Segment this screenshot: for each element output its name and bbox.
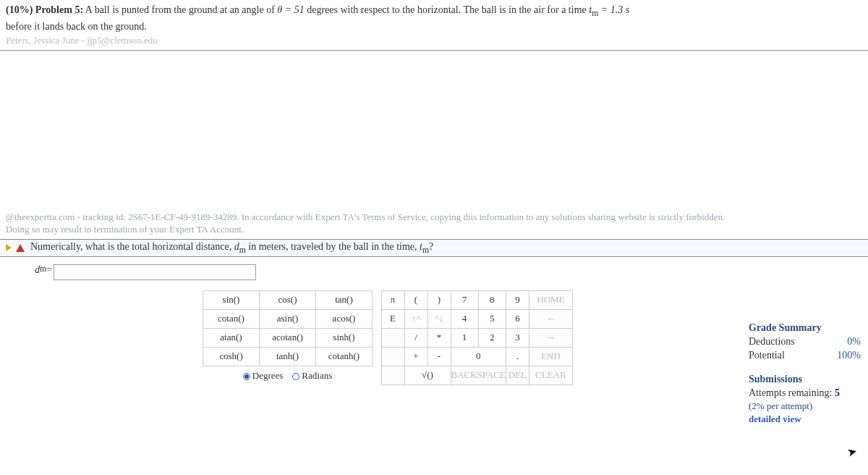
key-blank2[interactable]	[381, 347, 404, 366]
key-del[interactable]: DEL	[506, 366, 529, 384]
tm-sub: m	[592, 9, 598, 18]
submissions-title: Submissions	[749, 373, 861, 387]
key-backspace[interactable]: BACKSPACE	[451, 366, 506, 384]
key-cosh[interactable]: cosh()	[203, 347, 260, 366]
detailed-view-link[interactable]: detailed view	[749, 413, 861, 426]
key-4[interactable]: 4	[451, 309, 478, 328]
key-asin[interactable]: asin()	[260, 309, 316, 328]
key-lparen[interactable]: (	[404, 290, 427, 309]
key-acotan[interactable]: acotan()	[260, 328, 316, 347]
key-up[interactable]: ↑^	[404, 309, 427, 328]
answer-eq: =	[46, 264, 52, 276]
key-home[interactable]: HOME	[529, 290, 572, 309]
key-acos[interactable]: acos()	[316, 309, 373, 328]
tracking-notice: @theexpertta.com - tracking id: 2S67-1E-…	[0, 208, 868, 239]
key-tan[interactable]: tan()	[316, 290, 373, 309]
attempt-hint: (2% per attempt)	[749, 400, 861, 413]
key-cotanh[interactable]: cotanh()	[316, 347, 373, 366]
key-multiply[interactable]: *	[427, 328, 451, 347]
workspace-gap: @theexpertta.com - tracking id: 2S67-1E-…	[0, 51, 868, 239]
key-3[interactable]: 3	[506, 328, 529, 347]
tracking-line1: @theexpertta.com - tracking id: 2S67-1E-…	[6, 211, 862, 224]
key-tanh[interactable]: tanh()	[260, 347, 316, 366]
play-icon[interactable]	[6, 244, 12, 251]
key-sinh[interactable]: sinh()	[316, 328, 373, 347]
key-atan[interactable]: atan()	[203, 328, 260, 347]
key-sqrt[interactable]: √()	[404, 366, 451, 384]
key-left[interactable]: ←	[529, 309, 572, 328]
problem-line2: before it lands back on the ground.	[6, 20, 862, 34]
theta-value: θ = 51	[277, 4, 304, 15]
key-1[interactable]: 1	[451, 328, 478, 347]
key-sin[interactable]: sin()	[203, 290, 260, 309]
tm-eq: = 1.3 s	[598, 4, 629, 15]
key-0[interactable]: 0	[451, 347, 506, 366]
key-2[interactable]: 2	[478, 328, 506, 347]
problem-label: (10%) Problem 5:	[6, 4, 83, 15]
key-down[interactable]: ^↓	[427, 309, 451, 328]
grade-summary-panel: Grade Summary Deductions 0% Potential 10…	[749, 321, 861, 426]
numeric-keypad: π ( ) 7 8 9 HOME E ↑^ ^↓ 4 5 6 ← / * 1 2…	[381, 290, 573, 385]
key-cotan[interactable]: cotan()	[203, 309, 260, 328]
problem-author: Peters, Jessica June - jjp5@clemson.edu	[6, 34, 862, 47]
radio-unselected-icon	[292, 373, 299, 380]
question-bar: Numerically, what is the total horizonta…	[0, 239, 868, 257]
deductions-row: Deductions 0%	[749, 335, 861, 349]
tracking-line2: Doing so may result in termination of yo…	[6, 223, 862, 236]
key-end[interactable]: END	[529, 347, 572, 366]
problem-text2: degrees with respect to the horizontal. …	[305, 4, 590, 15]
key-exp[interactable]: E	[381, 309, 404, 328]
key-rparen[interactable]: )	[427, 290, 451, 309]
angle-mode-row: Degrees Radians	[203, 366, 373, 384]
key-pi[interactable]: π	[381, 290, 404, 309]
key-7[interactable]: 7	[451, 290, 478, 309]
radio-selected-icon	[243, 373, 250, 380]
problem-text1: A ball is punted from the ground at an a…	[85, 4, 278, 15]
key-8[interactable]: 8	[478, 290, 506, 309]
key-6[interactable]: 6	[506, 309, 529, 328]
key-dot[interactable]: .	[506, 347, 529, 366]
radians-radio[interactable]: Radians	[292, 370, 332, 381]
key-5[interactable]: 5	[478, 309, 506, 328]
key-blank1[interactable]	[381, 328, 404, 347]
key-cos[interactable]: cos()	[260, 290, 316, 309]
answer-row: dm =	[0, 257, 868, 287]
answer-var: d	[35, 264, 40, 276]
key-9[interactable]: 9	[506, 290, 529, 309]
answer-sub: m	[40, 264, 46, 274]
problem-header: (10%) Problem 5: A ball is punted from t…	[0, 0, 868, 51]
grade-summary-title: Grade Summary	[749, 321, 861, 335]
warning-icon	[16, 244, 25, 252]
key-clear[interactable]: CLEAR	[529, 366, 572, 384]
key-plus[interactable]: +	[404, 347, 427, 366]
key-minus[interactable]: -	[427, 347, 451, 366]
degrees-radio[interactable]: Degrees	[243, 370, 284, 381]
problem-line1: (10%) Problem 5: A ball is punted from t…	[6, 3, 862, 20]
answer-input[interactable]	[54, 264, 256, 280]
key-right[interactable]: →	[529, 328, 572, 347]
cursor-icon: ➤	[846, 445, 858, 461]
key-blank3[interactable]	[381, 366, 404, 384]
potential-row: Potential 100%	[749, 349, 861, 363]
key-divide[interactable]: /	[404, 328, 427, 347]
attempts-remaining: Attempts remaining: 5	[749, 387, 861, 400]
question-text: Numerically, what is the total horizonta…	[30, 241, 433, 255]
function-keypad: sin() cos() tan() cotan() asin() acos() …	[203, 290, 373, 385]
